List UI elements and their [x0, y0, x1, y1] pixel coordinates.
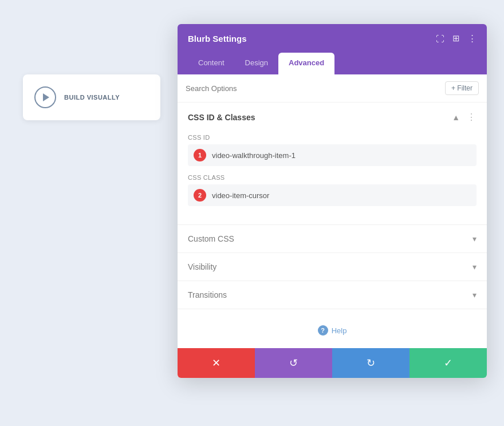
transitions-expand-icon[interactable]: ▾ — [472, 290, 477, 299]
section-transitions-title: Transitions — [188, 290, 227, 299]
section-visibility: Visibility ▾ — [178, 253, 487, 281]
more-options-icon[interactable]: ⋮ — [468, 33, 477, 44]
collapse-icon[interactable]: ▲ — [452, 113, 460, 122]
blurb-settings-modal: Blurb Settings ⛶ ⊞ ⋮ Content Design Adva… — [178, 24, 487, 378]
tab-design[interactable]: Design — [235, 53, 278, 74]
tab-bar: Content Design Advanced — [178, 53, 487, 74]
help-icon: ? — [318, 325, 328, 336]
help-area[interactable]: ? Help — [178, 309, 487, 348]
section-visibility-title: Visibility — [188, 262, 216, 271]
filter-button[interactable]: + Filter — [445, 81, 479, 95]
play-icon — [43, 93, 49, 101]
undo-icon: ↺ — [289, 357, 298, 369]
custom-css-expand-icon[interactable]: ▾ — [472, 234, 477, 243]
css-id-badge: 1 — [194, 149, 206, 161]
modal-title: Blurb Settings — [188, 34, 247, 44]
fullscreen-icon[interactable]: ⛶ — [436, 34, 444, 44]
filter-label: + Filter — [451, 84, 472, 92]
section-custom-css-header[interactable]: Custom CSS ▾ — [178, 225, 487, 253]
section-custom-css-title: Custom CSS — [188, 234, 234, 243]
visibility-expand-icon[interactable]: ▾ — [472, 262, 477, 271]
undo-button[interactable]: ↺ — [255, 348, 332, 378]
section-css-id-classes-header[interactable]: CSS ID & Classes ▲ ⋮ — [178, 102, 487, 132]
save-icon: ✓ — [444, 357, 452, 369]
css-class-field-group: CSS Class 2 video-item-cursor — [188, 174, 477, 206]
build-visually-label: BUILD VISUALLY — [64, 94, 120, 101]
redo-button[interactable]: ↻ — [332, 348, 410, 378]
modal-body: + Filter CSS ID & Classes ▲ ⋮ CSS ID 1 v… — [178, 74, 487, 348]
tab-advanced[interactable]: Advanced — [278, 53, 334, 74]
play-button[interactable] — [34, 86, 56, 108]
header-icons: ⛶ ⊞ ⋮ — [436, 33, 477, 44]
build-visually-card: BUILD VISUALLY — [23, 74, 160, 120]
css-class-value: video-item-cursor — [212, 191, 269, 200]
help-label: Help — [332, 326, 347, 335]
css-id-label: CSS ID — [188, 134, 477, 141]
search-bar: + Filter — [178, 74, 487, 102]
tab-content[interactable]: Content — [188, 53, 235, 74]
save-button[interactable]: ✓ — [410, 348, 487, 378]
section-css-id-classes-title: CSS ID & Classes — [188, 113, 255, 122]
css-id-input-row[interactable]: 1 video-walkthrough-item-1 — [188, 144, 477, 166]
css-class-badge: 2 — [194, 189, 206, 202]
search-input[interactable] — [186, 84, 445, 93]
css-id-field-group: CSS ID 1 video-walkthrough-item-1 — [188, 134, 477, 166]
section-custom-css: Custom CSS ▾ — [178, 225, 487, 253]
css-id-value: video-walkthrough-item-1 — [212, 151, 296, 160]
columns-icon[interactable]: ⊞ — [452, 33, 460, 44]
section-visibility-header[interactable]: Visibility ▾ — [178, 253, 487, 281]
section-transitions: Transitions ▾ — [178, 281, 487, 309]
css-class-label: CSS Class — [188, 174, 477, 181]
section-header-icons: ▲ ⋮ — [452, 112, 477, 123]
section-transitions-header[interactable]: Transitions ▾ — [178, 281, 487, 309]
cancel-icon: ✕ — [212, 357, 220, 369]
section-css-id-classes: CSS ID & Classes ▲ ⋮ CSS ID 1 video-walk… — [178, 102, 487, 225]
action-bar: ✕ ↺ ↻ ✓ — [178, 348, 487, 378]
section-options-icon[interactable]: ⋮ — [467, 112, 477, 123]
modal-header: Blurb Settings ⛶ ⊞ ⋮ — [178, 24, 487, 53]
css-class-input-row[interactable]: 2 video-item-cursor — [188, 184, 477, 206]
cancel-button[interactable]: ✕ — [178, 348, 255, 378]
css-id-classes-content: CSS ID 1 video-walkthrough-item-1 CSS Cl… — [178, 132, 487, 224]
redo-icon: ↻ — [367, 357, 375, 369]
